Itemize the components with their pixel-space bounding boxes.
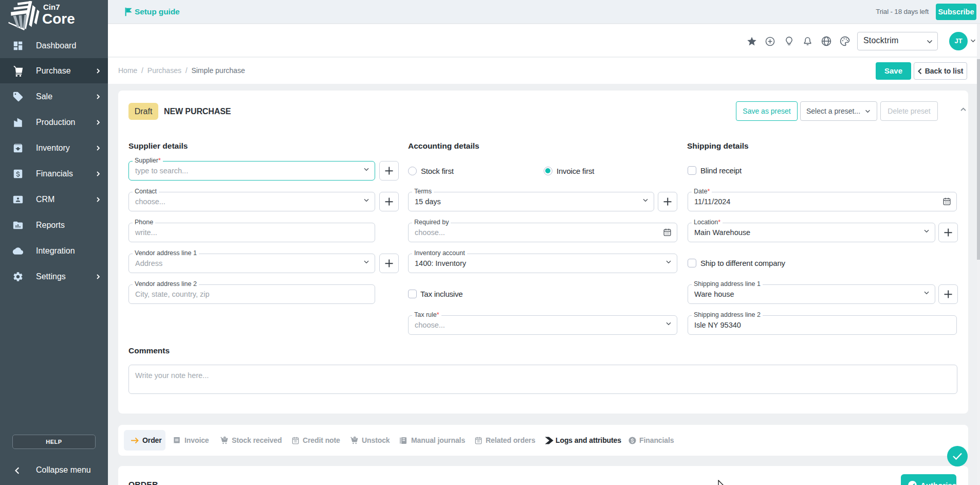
svg-text:Core: Core [42,11,75,27]
svg-text:Cin7: Cin7 [43,3,60,11]
